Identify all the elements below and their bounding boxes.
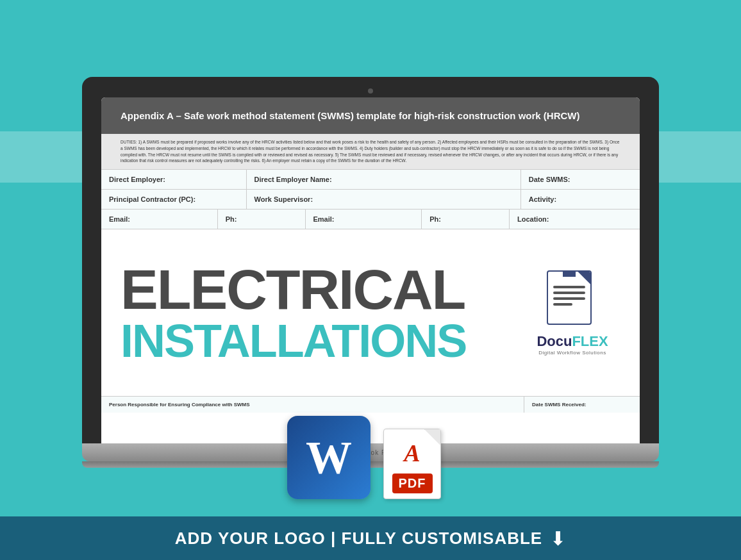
doc-icon-clip	[563, 270, 576, 277]
pdf-badge: PDF	[392, 474, 433, 493]
document-icon	[547, 270, 598, 328]
date-received-label: Date SWMS Received:	[524, 397, 640, 413]
doc-line-1	[553, 286, 585, 288]
doc-line-2	[553, 292, 585, 294]
download-icon: ⬇	[550, 527, 566, 550]
doc-line-4	[553, 303, 572, 306]
word-letter: W	[306, 431, 352, 484]
doc-header: Appendix A – Safe work method statement …	[101, 97, 640, 134]
direct-employer-label: Direct Employer:	[101, 170, 247, 189]
screen-bezel: Appendix A – Safe work method statement …	[82, 77, 659, 443]
file-icons-section: W A PDF	[287, 416, 454, 499]
form-row-1: Direct Employer: Direct Employer Name: D…	[101, 170, 640, 190]
duties-text: DUTIES: 1) A SWMS must be prepared if pr…	[121, 140, 619, 163]
docuflex-brand: DocuFLEX Digital Workflow Solutions	[537, 333, 608, 356]
direct-employer-name-label: Direct Employer Name:	[247, 170, 521, 189]
compliance-text: Person Responsible for Ensuring Complian…	[109, 402, 516, 408]
docuflex-flex: FLEX	[572, 333, 608, 349]
email-right-label: Email:	[306, 210, 422, 229]
screen: Appendix A – Safe work method statement …	[101, 97, 640, 443]
doc-header-title: Appendix A – Safe work method statement …	[121, 109, 620, 122]
electrical-section: ELECTRICAL INSTALLATIONS	[101, 229, 640, 396]
doc-icon-body	[547, 270, 592, 325]
cta-bar: ADD YOUR LOGO | FULLY CUSTOMISABLE ⬇	[0, 516, 741, 560]
doc-line-3	[553, 297, 585, 300]
ph-right-label: Ph:	[422, 210, 510, 229]
ph-left-label: Ph:	[218, 210, 306, 229]
docuflex-name: DocuFLEX	[537, 333, 608, 350]
duties-section: DUTIES: 1) A SWMS must be prepared if pr…	[101, 134, 640, 170]
electrical-text-block: ELECTRICAL INSTALLATIONS	[121, 261, 524, 364]
laptop-device: Appendix A – Safe work method statement …	[82, 77, 659, 468]
location-label: Location:	[510, 210, 640, 229]
installations-heading: INSTALLATIONS	[121, 318, 524, 364]
activity-label: Activity:	[521, 190, 640, 209]
pdf-corner	[424, 429, 440, 445]
word-icon: W	[287, 416, 370, 499]
form-row-2: Principal Contractor (PC): Work Supervis…	[101, 190, 640, 210]
electrical-heading: ELECTRICAL	[121, 261, 524, 318]
compliance-label: Person Responsible for Ensuring Complian…	[101, 397, 524, 413]
docuflex-logo: DocuFLEX Digital Workflow Solutions	[524, 264, 620, 362]
compliance-row: Person Responsible for Ensuring Complian…	[101, 396, 640, 413]
cta-text: ADD YOUR LOGO | FULLY CUSTOMISABLE	[175, 529, 542, 548]
pdf-acrobat-symbol: A	[404, 439, 420, 467]
principal-contractor-label: Principal Contractor (PC):	[101, 190, 247, 209]
date-swms-label: Date SWMS:	[521, 170, 640, 189]
email-left-label: Email:	[101, 210, 218, 229]
form-row-3: Email: Ph: Email: Ph: Location:	[101, 210, 640, 229]
camera-dot	[368, 88, 373, 94]
docuflex-tagline: Digital Workflow Solutions	[537, 350, 608, 356]
laptop-frame: Appendix A – Safe work method statement …	[82, 77, 659, 468]
work-supervisor-label: Work Supervisor:	[247, 190, 521, 209]
form-fields: Direct Employer: Direct Employer Name: D…	[101, 170, 640, 229]
pdf-page: A PDF	[383, 429, 441, 499]
pdf-icon: A PDF	[383, 422, 454, 499]
